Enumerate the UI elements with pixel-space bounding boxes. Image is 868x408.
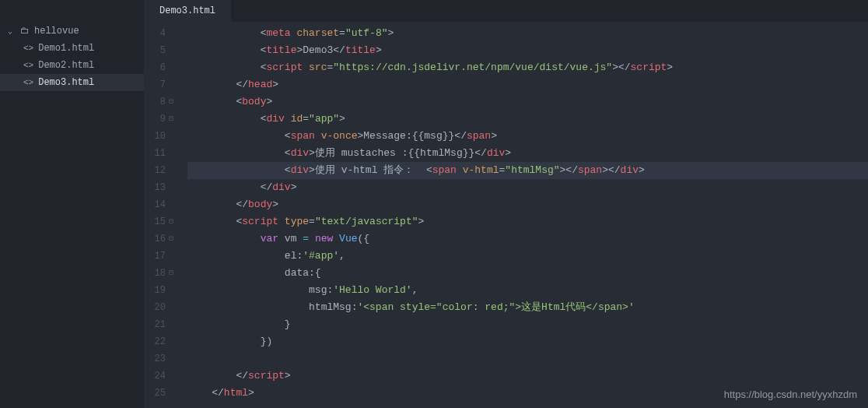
code-line: </script> [187,368,868,385]
gutter-line: 7 [144,76,178,93]
code-line: }) [187,333,868,350]
code-line: <title>Demo3</title> [187,42,868,59]
code-line: <span v-once>Message:{{msg}}</span> [187,128,868,145]
code-line: msg:'Hello World', [187,282,868,299]
code-line: </head> [187,76,868,93]
gutter-line: 15⊟ [144,213,178,230]
gutter-line: 20 [144,299,178,316]
code-file-icon: <> [23,78,33,87]
code-line: htmlMsg:'<span style="color: red;">这是Htm… [187,299,868,316]
code-line: <body> [187,93,868,111]
gutter-line: 13 [144,179,178,196]
gutter-line: 14 [144,196,178,213]
gutter-line: 18⊟ [144,265,178,282]
code-line: el:'#app', [187,248,868,265]
gutter-line: 24 [144,368,178,385]
code-line: var vm = new Vue({ [187,230,868,248]
watermark: https://blog.csdn.net/yyxhzdm [724,389,857,400]
gutter-line: 4 [144,25,178,42]
fold-icon[interactable]: ⊟ [166,93,177,111]
fold-icon[interactable]: ⊟ [166,230,177,248]
file-demo3[interactable]: <> Demo3.html [0,74,144,91]
code-line: <div>使用 v-html 指令： <span v-html="htmlMsg… [187,162,868,179]
code-line: <div>使用 mustaches :{{htmlMsg}}</div> [187,145,868,162]
gutter-line: 8⊟ [144,93,178,111]
file-label: Demo1.html [38,43,94,54]
code-line: } [187,316,868,333]
code-file-icon: <> [23,44,33,53]
code-line: </div> [187,179,868,196]
gutter-line: 21 [144,316,178,333]
file-demo1[interactable]: <> Demo1.html [0,40,144,57]
gutter-line: 9⊟ [144,111,178,128]
folder-label: hellovue [34,26,79,37]
gutter-line: 25 [144,385,178,402]
code-line: <script type="text/javascript"> [187,213,868,230]
file-label: Demo3.html [38,77,94,88]
code-content[interactable]: <meta charset="utf-8"> <title>Demo3</tit… [178,22,868,408]
gutter-line: 5 [144,42,178,59]
gutter-line: 6 [144,59,178,76]
fold-icon[interactable]: ⊟ [166,111,177,128]
tab-demo3[interactable]: Demo3.html [144,0,231,22]
code-file-icon: <> [23,61,33,70]
folder-hellovue[interactable]: ⌄ 🗀 hellovue [0,22,144,40]
gutter-line: 11 [144,145,178,162]
gutter-line: 17 [144,248,178,265]
gutter-line: 19 [144,282,178,299]
gutter-line: 12 [144,162,178,179]
tab-label: Demo3.html [159,5,215,16]
gutter-line: 22 [144,333,178,350]
file-demo2[interactable]: <> Demo2.html [0,57,144,74]
file-label: Demo2.html [38,60,94,71]
file-explorer: ⌄ 🗀 hellovue <> Demo1.html <> Demo2.html… [0,0,144,408]
code-line [187,350,868,368]
editor: Demo3.html 45678⊟9⊟101112131415⊟16⊟1718⊟… [144,0,868,408]
chevron-down-icon: ⌄ [8,26,17,36]
code-line: </body> [187,196,868,213]
gutter-line: 23 [144,350,178,368]
line-gutter: 45678⊟9⊟101112131415⊟16⊟1718⊟19202122232… [144,22,178,408]
code-line: <script src="https://cdn.jsdelivr.net/np… [187,59,868,76]
gutter-line: 16⊟ [144,230,178,248]
folder-icon: 🗀 [20,25,30,37]
code-line: <div id="app"> [187,111,868,128]
tab-bar: Demo3.html [144,0,868,22]
gutter-line: 10 [144,128,178,145]
fold-icon[interactable]: ⊟ [166,213,177,230]
code-line: <meta charset="utf-8"> [187,25,868,42]
code-line: data:{ [187,265,868,282]
fold-icon[interactable]: ⊟ [166,265,177,282]
